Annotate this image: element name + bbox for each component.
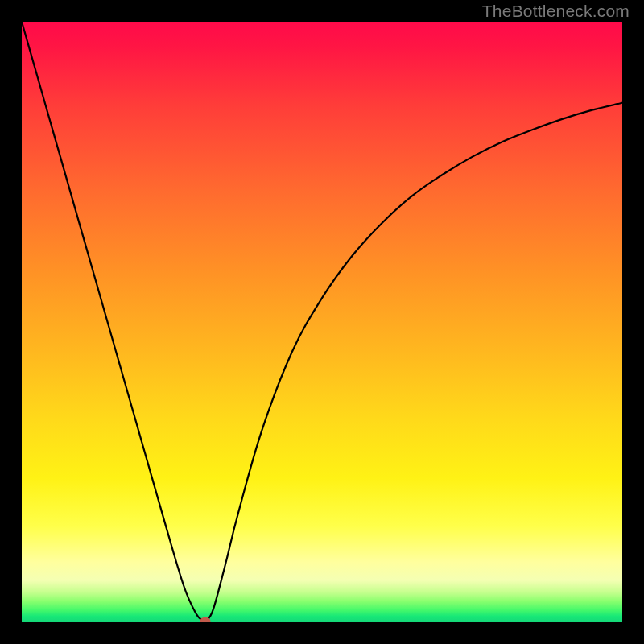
bottleneck-curve xyxy=(22,22,622,621)
plot-area xyxy=(22,22,622,622)
watermark-text: TheBottleneck.com xyxy=(482,2,630,21)
chart-frame: TheBottleneck.com xyxy=(0,0,644,644)
curve-layer xyxy=(22,22,622,622)
optimum-marker xyxy=(200,617,210,622)
